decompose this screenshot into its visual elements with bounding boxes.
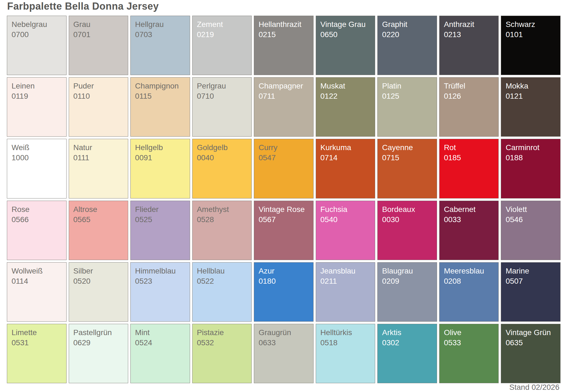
swatch-code-label: 0524 [135,338,188,348]
color-swatch: Rose0566 [7,201,67,260]
swatch-name-label: Violett [506,204,559,214]
color-swatch: Violett0546 [501,201,561,260]
color-swatch: Limette0531 [7,324,67,383]
swatch-code-label: 0520 [73,276,127,286]
color-swatch: Arktis0302 [377,324,437,383]
color-swatch: Muskat0122 [316,77,375,137]
swatch-name-label: Cabernet [444,204,497,214]
swatch-code-label: 0565 [73,214,127,225]
swatch-code-label: 0185 [444,153,497,163]
swatch-code-label: 0633 [259,338,312,348]
color-swatch: Helltürkis0518 [316,324,375,383]
color-swatch: Marine0507 [501,262,561,322]
swatch-code-label: 0125 [382,91,435,101]
swatch-name-label: Rot [444,142,497,153]
swatch-name-label: Mokka [506,81,559,91]
swatch-code-label: 0180 [259,276,312,286]
color-swatch: Trüffel0126 [439,77,499,137]
swatch-code-label: 0523 [135,276,188,286]
swatch-code-label: 0547 [259,153,312,163]
color-swatch: Champagner0711 [254,77,314,137]
swatch-code-label: 0711 [259,91,312,101]
swatch-name-label: Zement [197,19,250,29]
swatch-code-label: 0635 [506,338,559,348]
swatch-name-label: Puder [73,81,127,91]
color-swatch: Platin0125 [377,77,437,137]
swatch-code-label: 0546 [506,214,559,225]
swatch-name-label: Trüffel [444,81,497,91]
swatch-code-label: 0518 [320,338,373,348]
color-swatch: Cabernet0033 [439,201,499,260]
color-swatch: Goldgelb0040 [192,139,252,198]
swatch-code-label: 0566 [12,214,65,225]
color-swatch: Perlgrau0710 [192,77,252,137]
swatch-name-label: Graugrün [259,327,312,338]
swatch-name-label: Altrose [73,204,127,214]
color-swatch: Puder0110 [69,77,128,137]
swatch-code-label: 0115 [135,91,188,101]
swatch-name-label: Platin [382,81,435,91]
swatch-name-label: Amethyst [197,204,250,214]
swatch-code-label: 0703 [135,29,188,40]
color-swatch: Mint0524 [130,324,190,383]
swatch-name-label: Champignon [135,81,188,91]
swatch-name-label: Flieder [135,204,188,214]
swatch-name-label: Himmelblau [135,266,188,276]
color-swatch: Blaugrau0209 [377,262,437,322]
swatch-code-label: 0650 [320,29,373,40]
color-swatch: Amethyst0528 [192,201,252,260]
swatch-code-label: 0533 [444,338,497,348]
swatch-code-label: 0701 [73,29,127,40]
swatch-code-label: 0528 [197,214,250,225]
swatch-code-label: 0033 [444,214,497,225]
swatch-name-label: Perlgrau [197,81,250,91]
swatch-name-label: Meeresblau [444,266,497,276]
color-swatch: Hellgelb0091 [130,139,190,198]
swatch-code-label: 0122 [320,91,373,101]
swatch-name-label: Wollweiß [12,266,65,276]
page-title: Farbpalette Bella Donna Jersey [7,1,159,12]
swatch-code-label: 0567 [259,214,312,225]
swatch-code-label: 0219 [197,29,250,40]
swatch-code-label: 0531 [12,338,65,348]
swatch-code-label: 0091 [135,153,188,163]
swatch-name-label: Vintage Rose [259,204,312,214]
color-swatch: Altrose0565 [69,201,128,260]
color-swatch: Schwarz0101 [501,16,561,75]
swatch-code-label: 0208 [444,276,497,286]
swatch-code-label: 0121 [506,91,559,101]
swatch-name-label: Pistazie [197,327,250,338]
color-swatch: Vintage Grün0635 [501,324,561,383]
swatch-name-label: Graphit [382,19,435,29]
color-swatch: Vintage Grau0650 [316,16,375,75]
swatch-code-label: 0110 [73,91,127,101]
swatch-name-label: Jeansblau [320,266,373,276]
swatch-name-label: Nebelgrau [12,19,65,29]
swatch-code-label: 0302 [382,338,435,348]
swatch-name-label: Leinen [12,81,65,91]
color-swatch: Pistazie0532 [192,324,252,383]
swatch-name-label: Goldgelb [197,142,250,153]
color-swatch: Leinen0119 [7,77,67,137]
swatch-name-label: Cayenne [382,142,435,153]
revision-date-label: Stand 02/2026 [509,383,559,392]
swatch-name-label: Anthrazit [444,19,497,29]
swatch-code-label: 0213 [444,29,497,40]
color-swatch: Graphit0220 [377,16,437,75]
swatch-name-label: Olive [444,327,497,338]
swatch-name-label: Hellanthrazit [259,19,312,29]
swatch-name-label: Natur [73,142,127,153]
swatch-name-label: Vintage Grün [506,327,559,338]
swatch-name-label: Rose [12,204,65,214]
color-swatch: Fuchsia0540 [316,201,375,260]
swatch-code-label: 0030 [382,214,435,225]
color-swatch: Jeansblau0211 [316,262,375,322]
swatch-name-label: Bordeaux [382,204,435,214]
swatch-name-label: Kurkuma [320,142,373,153]
swatch-code-label: 0532 [197,338,250,348]
swatch-code-label: 0710 [197,91,250,101]
swatch-code-label: 0507 [506,276,559,286]
swatch-name-label: Curry [259,142,312,153]
color-swatch: Himmelblau0523 [130,262,190,322]
color-swatch: Meeresblau0208 [439,262,499,322]
